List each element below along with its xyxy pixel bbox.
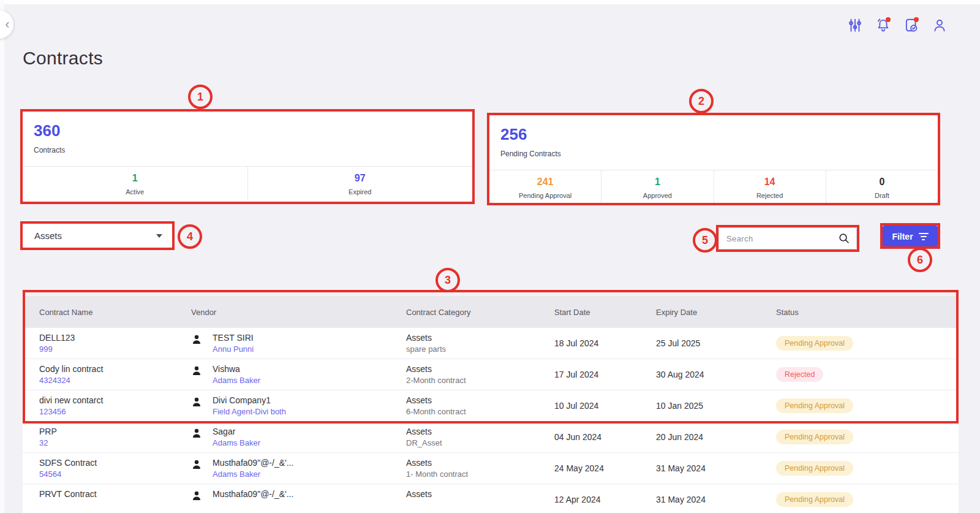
expiry-date: 30 Aug 2024 xyxy=(640,359,744,390)
contract-category: Assets xyxy=(406,458,537,468)
contract-name: Cody lin contract xyxy=(39,364,175,374)
vendor-name: TEST SIRI xyxy=(213,333,254,343)
approvals-clipboard-check-icon[interactable] xyxy=(903,17,919,33)
contract-subcategory: DR_Asset xyxy=(406,438,537,447)
vendor-person-icon xyxy=(191,490,202,501)
stat-expired[interactable]: 97 Expired xyxy=(247,167,473,201)
table-row[interactable]: Cody lin contract 4324324 Vishwa Adams B… xyxy=(23,359,959,390)
stat-approved-value: 1 xyxy=(655,177,660,188)
contract-subcategory: spare parts xyxy=(406,344,537,354)
start-date: 10 Jul 2024 xyxy=(537,390,640,421)
column-header-start-date[interactable]: Start Date xyxy=(537,296,640,328)
status-badge: Rejected xyxy=(776,367,823,382)
vendor-person-icon xyxy=(191,334,202,345)
vendor-person-icon xyxy=(191,397,202,408)
stat-rejected-label: Rejected xyxy=(756,192,783,199)
table-row[interactable]: divi new contarct 123456 Divi Company1 F… xyxy=(23,390,959,422)
notifications-bell-icon[interactable] xyxy=(875,17,891,33)
contracts-total-label: Contracts xyxy=(34,146,472,154)
vendor-agent-link[interactable]: Adams Baker xyxy=(213,438,260,447)
column-header-expiry-date[interactable]: Expiry Date xyxy=(640,296,744,328)
start-date: 24 May 2024 xyxy=(537,453,640,484)
filter-icon xyxy=(919,233,929,240)
pending-contracts-summary-card: 256 Pending Contracts 241 Pending Approv… xyxy=(489,115,938,203)
annotation-marker-2: 2 xyxy=(689,89,714,113)
contracts-total: 360 xyxy=(34,121,472,140)
table-row[interactable]: PRVT Contract Musthafa09"@-/_&'... Asset… xyxy=(23,484,959,513)
stat-pending-approval[interactable]: 241 Pending Approval xyxy=(489,170,601,205)
contract-subcategory: 2-Month contract xyxy=(406,376,537,385)
expiry-date: 25 Jul 2025 xyxy=(640,328,744,359)
search-input[interactable] xyxy=(719,228,839,249)
contract-id-link[interactable]: 32 xyxy=(39,438,175,447)
contract-id-link[interactable]: 999 xyxy=(39,344,175,354)
stat-active[interactable]: 1 Active xyxy=(23,167,247,201)
column-header-contract-category[interactable]: Contract Category xyxy=(389,296,537,328)
stat-draft[interactable]: 0 Draft xyxy=(826,170,938,205)
column-header-contract-name[interactable]: Contract Name xyxy=(23,296,175,328)
top-edge-strip xyxy=(0,0,980,4)
left-edge-strip xyxy=(0,0,4,513)
contract-category: Assets xyxy=(406,489,537,499)
contract-name: SDFS Contract xyxy=(39,458,175,468)
stat-approved[interactable]: 1 Approved xyxy=(601,170,713,205)
vendor-agent-link[interactable]: Adams Baker xyxy=(213,376,260,385)
stat-rejected[interactable]: 14 Rejected xyxy=(714,170,826,205)
topbar-icon-row xyxy=(847,17,948,33)
vendor-person-icon xyxy=(191,459,202,470)
sliders-icon[interactable] xyxy=(847,17,863,33)
start-date: 04 Jun 2024 xyxy=(537,422,640,452)
table-header-row: Contract Name Vendor Contract Category S… xyxy=(23,296,959,328)
contract-id-link[interactable]: 123456 xyxy=(39,407,175,416)
contract-category: Assets xyxy=(406,364,537,374)
vendor-name: Musthafa09"@-/_&'... xyxy=(213,458,293,468)
collapse-sidebar-button[interactable]: ‹ xyxy=(0,10,13,39)
category-dropdown[interactable]: Assets xyxy=(23,224,172,248)
notification-badge-dot xyxy=(886,17,891,22)
stat-pending-approval-value: 241 xyxy=(537,177,554,188)
contract-id-link[interactable]: 4324324 xyxy=(39,376,175,385)
filter-button[interactable]: Filter xyxy=(883,226,938,247)
annotation-marker-6: 6 xyxy=(908,248,932,272)
pending-total: 256 xyxy=(500,125,938,144)
table-row[interactable]: PRP 32 Sagar Adams Baker Assets DR_Asset… xyxy=(23,422,959,453)
contract-name: divi new contarct xyxy=(39,395,175,405)
vendor-agent-link[interactable]: Annu Punni xyxy=(213,344,254,354)
contract-category: Assets xyxy=(406,427,537,436)
expiry-date: 31 May 2024 xyxy=(640,484,744,513)
contract-name: PRVT Contract xyxy=(39,489,175,499)
status-badge: Pending Approval xyxy=(776,461,853,476)
vendor-person-icon xyxy=(191,428,202,439)
chevron-left-icon: ‹ xyxy=(5,18,9,31)
search-box xyxy=(718,227,857,249)
vendor-name: Sagar xyxy=(213,427,260,436)
vendor-agent-link[interactable]: Field Agent-Divi both xyxy=(213,407,286,416)
pending-total-label: Pending Contracts xyxy=(500,150,938,158)
contract-id-link[interactable]: 54564 xyxy=(39,469,175,479)
profile-icon[interactable] xyxy=(932,17,948,33)
vendor-name: Musthafa09"@-/_&'... xyxy=(213,489,293,499)
status-badge: Pending Approval xyxy=(776,492,853,507)
column-header-vendor[interactable]: Vendor xyxy=(175,296,389,328)
table-row[interactable]: DELL123 999 TEST SIRI Annu Punni Assets … xyxy=(23,328,959,359)
contract-subcategory: 6-Month contract xyxy=(406,407,537,416)
stat-approved-label: Approved xyxy=(643,192,672,199)
table-row[interactable]: SDFS Contract 54564 Musthafa09"@-/_&'...… xyxy=(23,453,959,484)
category-dropdown-value: Assets xyxy=(23,230,156,241)
column-header-status[interactable]: Status xyxy=(744,296,959,328)
stat-active-label: Active xyxy=(126,188,144,196)
vendor-person-icon xyxy=(191,365,202,376)
stat-rejected-value: 14 xyxy=(764,177,775,188)
filter-button-label: Filter xyxy=(892,232,913,241)
stat-pending-approval-label: Pending Approval xyxy=(519,192,571,199)
contract-subcategory: 1- Month contract xyxy=(406,469,537,479)
search-icon[interactable] xyxy=(839,233,850,244)
start-date: 12 Apr 2024 xyxy=(537,484,640,513)
vendor-name: Vishwa xyxy=(213,364,260,374)
vendor-agent-link[interactable]: Adams Baker xyxy=(213,469,293,479)
stat-draft-value: 0 xyxy=(879,177,884,188)
annotation-marker-3: 3 xyxy=(435,268,460,292)
approvals-badge-dot xyxy=(914,17,919,22)
expiry-date: 20 Jun 2024 xyxy=(640,422,744,452)
vendor-name: Divi Company1 xyxy=(213,395,286,405)
